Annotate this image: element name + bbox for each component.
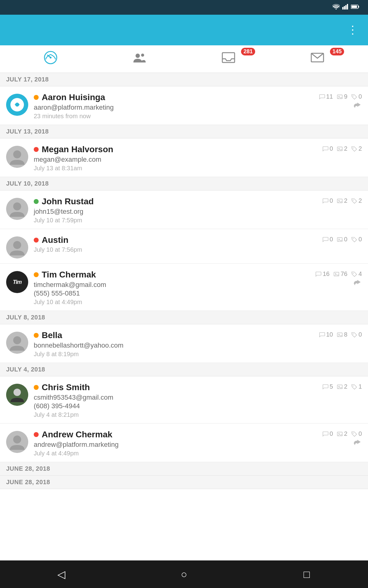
contact-row[interactable]: Bella bonnebellashortt@yahoo.com July 8 … (0, 324, 368, 363)
svg-point-47 (353, 385, 354, 386)
avatar (6, 146, 28, 168)
svg-rect-22 (337, 147, 342, 151)
tab-dashboard[interactable] (6, 50, 95, 68)
tag-value: 0 (358, 236, 362, 243)
date-divider: JULY 10, 2018 (0, 177, 368, 190)
contact-row[interactable]: Aaron Huisinga aaron@platform.marketing … (0, 86, 368, 125)
contact-row[interactable]: Chris Smith csmith953543@gmail.com (608)… (0, 376, 368, 424)
contact-row[interactable]: Andrew Chermak andrew@platform.marketing… (0, 424, 368, 462)
msg-count: 0 (322, 236, 333, 243)
svg-rect-6 (358, 6, 359, 8)
avatar (6, 236, 28, 258)
contact-name: Austin (42, 235, 68, 245)
msg-count: 0 (322, 145, 333, 152)
svg-point-31 (13, 241, 21, 249)
contact-row[interactable]: John Rustad john15@test.org July 10 at 7… (0, 190, 368, 229)
tag-count: 4 (351, 270, 362, 277)
msg-count: 10 (319, 331, 333, 338)
svg-point-42 (353, 333, 354, 334)
img-count: 2 (337, 145, 347, 152)
status-icons (332, 4, 362, 11)
svg-point-37 (353, 273, 354, 273)
svg-rect-2 (344, 6, 345, 9)
meta-stats: 0 2 2 (322, 145, 362, 152)
tab-inbox[interactable]: 281 (184, 50, 273, 68)
status-dot (34, 95, 39, 100)
msg-value: 16 (323, 270, 329, 277)
reply-icon (353, 279, 362, 289)
img-value: 2 (344, 430, 347, 437)
img-value: 2 (344, 383, 347, 390)
contact-row[interactable]: Austin July 10 at 7:56pm 0 0 (0, 229, 368, 264)
tag-value: 2 (358, 145, 362, 152)
img-count: 76 (333, 270, 347, 277)
svg-point-49 (13, 435, 21, 443)
more-menu-button[interactable]: ⋮ (347, 24, 359, 36)
svg-point-46 (338, 386, 339, 387)
contact-phone: (555) 555-0851 (34, 289, 313, 297)
back-button[interactable]: ◁ (52, 565, 71, 583)
status-dot (34, 385, 39, 390)
date-divider: JULY 8, 2018 (0, 311, 368, 324)
date-divider: JUNE 28, 2018 (0, 476, 368, 489)
svg-point-24 (353, 147, 354, 148)
inbox-icon (221, 50, 236, 68)
tag-count: 0 (351, 331, 362, 338)
signal-icon (342, 4, 348, 11)
home-button[interactable]: ○ (175, 565, 193, 583)
svg-point-11 (141, 54, 144, 57)
img-count: 0 (337, 236, 347, 243)
contact-name-row: Bella (34, 330, 313, 340)
contact-name: Andrew Chermak (42, 430, 112, 439)
status-dot (34, 147, 39, 152)
msg-value: 0 (330, 236, 333, 243)
contact-name-row: John Rustad (34, 197, 313, 206)
svg-point-16 (15, 103, 19, 107)
tab-contacts[interactable] (95, 50, 184, 68)
svg-point-9 (50, 57, 52, 58)
contact-name: Chris Smith (42, 383, 90, 392)
contact-email: bonnebellashortt@yahoo.com (34, 341, 313, 349)
svg-rect-32 (337, 237, 342, 241)
tab-mail[interactable]: 145 (273, 50, 362, 68)
contact-time: July 13 at 8:31am (34, 165, 313, 172)
svg-point-44 (13, 389, 21, 396)
date-divider: JUNE 28, 2018 (0, 462, 368, 476)
avatar (6, 332, 28, 354)
contact-name: Megan Halvorson (42, 145, 113, 154)
meta-stats: 10 8 0 (319, 331, 362, 338)
recent-button[interactable]: □ (297, 565, 316, 583)
contact-name: John Rustad (42, 197, 94, 206)
tag-count: 0 (351, 430, 362, 437)
contact-email: john15@test.org (34, 208, 313, 216)
contact-name-row: Andrew Chermak (34, 430, 313, 439)
msg-count: 0 (322, 197, 333, 204)
msg-count: 5 (322, 383, 333, 390)
msg-count: 11 (319, 93, 333, 100)
svg-point-51 (338, 433, 339, 434)
svg-point-19 (353, 95, 354, 96)
tag-count: 1 (351, 383, 362, 390)
contact-time: July 10 at 4:49pm (34, 299, 313, 306)
svg-rect-17 (337, 95, 342, 99)
svg-point-0 (335, 8, 337, 9)
contact-meta: 5 2 1 (313, 383, 362, 390)
svg-rect-7 (351, 6, 357, 8)
meta-stats: 11 9 0 (319, 93, 362, 100)
contact-time: July 8 at 8:19pm (34, 351, 313, 358)
svg-point-18 (338, 96, 339, 97)
contact-row[interactable]: Megan Halvorson megan@example.com July 1… (0, 138, 368, 177)
status-dot (34, 199, 39, 204)
status-dot (34, 238, 39, 243)
svg-rect-1 (342, 7, 343, 9)
msg-value: 5 (330, 383, 333, 390)
inbox-badge: 281 (241, 48, 255, 55)
img-value: 0 (344, 236, 347, 243)
meta-stats: 0 0 0 (322, 236, 362, 243)
img-value: 8 (344, 331, 347, 338)
svg-point-10 (136, 54, 140, 58)
contact-name-row: Austin (34, 235, 313, 245)
contact-time: July 4 at 4:49pm (34, 450, 313, 457)
contact-meta: 11 9 0 (313, 92, 362, 112)
contact-row[interactable]: Tim Tim Chermak timchermak@gmail.com (55… (0, 264, 368, 311)
